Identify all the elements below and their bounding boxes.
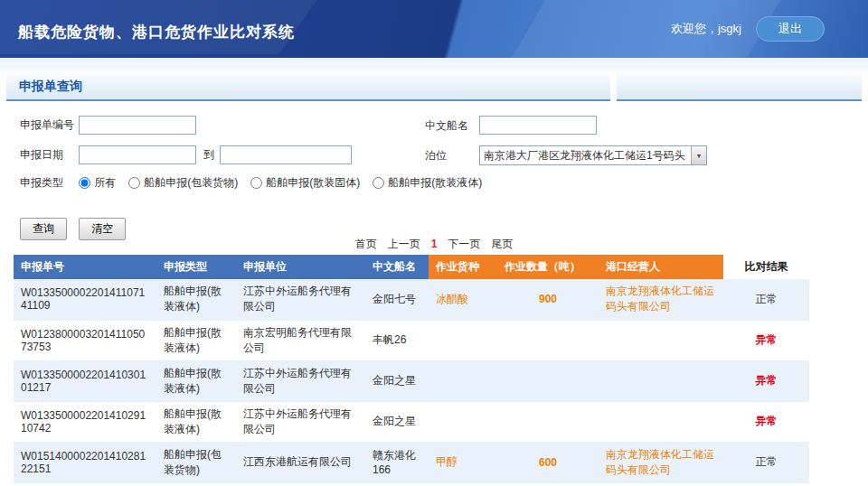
- radio-label: 船舶申报(散装液体): [388, 175, 482, 191]
- logout-button[interactable]: 退出: [756, 16, 825, 42]
- date-from-input[interactable]: [79, 145, 196, 164]
- cell-no: W012380000320141105073753: [14, 320, 156, 360]
- column-header: 申报单号: [14, 255, 156, 279]
- date-label: 申报日期: [20, 147, 76, 163]
- cell-agency: 江苏中外运船务代理有限公司: [236, 360, 365, 401]
- cell-ship: 金阳之星: [365, 401, 429, 442]
- cell-ship: 赣东港化166: [365, 442, 429, 482]
- table-row: W013350000220141029110742船舶申报(散装液体)江苏中外运…: [14, 401, 809, 442]
- cell-no: W013350000220141029110742: [14, 401, 156, 442]
- cell-agency: 江苏中外运船务代理有限公司: [236, 401, 365, 442]
- radio-input[interactable]: [250, 177, 262, 189]
- section-panel-right: [617, 74, 862, 101]
- cell-cargo: [429, 360, 497, 401]
- declaration-type-label: 申报类型: [20, 175, 76, 191]
- table-body: W013350000220141107141109船舶申报(散装液体)江苏中外运…: [14, 279, 809, 482]
- cell-result: 正常: [723, 442, 809, 482]
- chevron-down-icon: ▼: [691, 146, 706, 164]
- table-row: W013350000220141030101217船舶申报(散装液体)江苏中外运…: [14, 360, 809, 401]
- cell-type: 船舶申报(包装货物): [156, 442, 236, 482]
- radio-option[interactable]: 船舶申报(散装液体): [373, 175, 482, 191]
- cell-operator: [599, 320, 723, 360]
- berth-selected-value: 南京港大厂港区龙翔液体化工储运1号码头: [480, 146, 691, 164]
- cell-qty: [497, 401, 599, 442]
- column-header: 港口经营人: [599, 255, 723, 279]
- radio-option[interactable]: 所有: [79, 175, 116, 191]
- berth-label: 泊位: [425, 148, 481, 164]
- clear-button[interactable]: 清空: [79, 218, 126, 240]
- cell-result: 异常: [723, 360, 809, 401]
- cell-agency: 南京宏明船务代理有限公司: [236, 320, 365, 360]
- cell-type: 船舶申报(散装液体): [156, 360, 236, 401]
- cell-cargo: [429, 320, 497, 360]
- date-to-input[interactable]: [220, 145, 352, 164]
- app-title: 船载危险货物、港口危货作业比对系统: [18, 22, 295, 42]
- radio-option[interactable]: 船舶申报(散装固体): [250, 175, 360, 191]
- radio-option[interactable]: 船舶申报(包装货物): [128, 175, 238, 191]
- ship-name-input[interactable]: [479, 116, 597, 135]
- query-button[interactable]: 查询: [20, 218, 67, 240]
- declaration-no-input[interactable]: [79, 116, 196, 135]
- results-table: 申报单号申报类型申报单位中文船名作业货种作业数量（吨）港口经营人比对结果 W01…: [14, 255, 809, 483]
- table-row: W012380000320141105073753船舶申报(散装液体)南京宏明船…: [14, 320, 809, 360]
- cell-no: W013350000220141107141109: [14, 279, 156, 320]
- radio-label: 船舶申报(散装固体): [266, 175, 360, 191]
- results-table-wrap: 申报单号申报类型申报单位中文船名作业货种作业数量（吨）港口经营人比对结果 W01…: [14, 255, 854, 483]
- radio-input[interactable]: [373, 177, 384, 189]
- table-row: W015140000220141028122151船舶申报(包装货物)江西东港航…: [14, 442, 809, 482]
- berth-select[interactable]: 南京港大厂港区龙翔液体化工储运1号码头 ▼: [479, 145, 707, 165]
- radio-label: 船舶申报(包装货物): [144, 175, 238, 191]
- column-header: 中文船名: [365, 255, 429, 279]
- cell-qty: [497, 320, 599, 360]
- cell-operator: [599, 401, 723, 442]
- cell-cargo: 冰醋酸: [429, 279, 497, 320]
- cell-qty: [497, 360, 599, 401]
- cell-result: 正常: [723, 279, 809, 320]
- table-row: W013350000220141107141109船舶申报(散装液体)江苏中外运…: [14, 279, 809, 320]
- cell-qty: 600: [497, 442, 599, 482]
- column-header: 比对结果: [723, 255, 809, 279]
- radio-input[interactable]: [128, 177, 140, 189]
- section-tab-bar: 申报单查询: [6, 74, 610, 101]
- cell-agency: 江苏中外运船务代理有限公司: [236, 279, 365, 320]
- cell-operator: 南京龙翔液体化工储运码头有限公司: [599, 442, 723, 482]
- cell-ship: 金阳之星: [365, 360, 429, 401]
- cell-no: W013350000220141030101217: [14, 360, 156, 401]
- cell-ship: 金阳七号: [365, 279, 429, 320]
- ship-name-label: 中文船名: [425, 118, 481, 134]
- cell-agency: 江西东港航运有限公司: [236, 442, 365, 482]
- cell-no: W015140000220141028122151: [14, 442, 156, 482]
- radio-input[interactable]: [79, 177, 90, 189]
- column-header: 申报单位: [236, 255, 365, 279]
- date-to-label: 到: [203, 147, 214, 163]
- query-form: 申报单编号 中文船名 申报日期 到 泊位 南京港大厂港区龙翔液体化工储运1号码头…: [0, 101, 868, 233]
- header-band: [0, 58, 868, 74]
- table-header-row: 申报单号申报类型申报单位中文船名作业货种作业数量（吨）港口经营人比对结果: [14, 255, 809, 279]
- cell-cargo: 甲醇: [429, 442, 497, 482]
- welcome-text: 欢迎您，jsgkj: [671, 21, 741, 37]
- declaration-no-label: 申报单编号: [20, 117, 76, 133]
- column-header: 作业货种: [429, 255, 497, 279]
- cell-type: 船舶申报(散装液体): [156, 401, 236, 442]
- cell-operator: [599, 360, 723, 401]
- declaration-type-radios: 所有船舶申报(包装货物)船舶申报(散装固体)船舶申报(散装液体): [79, 175, 482, 191]
- cell-qty: 900: [497, 279, 599, 320]
- cell-result: 异常: [723, 401, 809, 442]
- app-header: 船载危险货物、港口危货作业比对系统 欢迎您，jsgkj 退出: [0, 0, 868, 58]
- cell-ship: 丰帆26: [365, 320, 429, 360]
- page-title: 申报单查询: [19, 79, 82, 95]
- column-header: 作业数量（吨）: [497, 255, 599, 279]
- cell-operator: 南京龙翔液体化工储运码头有限公司: [599, 279, 723, 320]
- cell-result: 异常: [723, 320, 809, 360]
- cell-type: 船舶申报(散装液体): [156, 279, 236, 320]
- cell-type: 船舶申报(散装液体): [156, 320, 236, 360]
- column-header: 申报类型: [156, 255, 236, 279]
- radio-label: 所有: [94, 175, 116, 191]
- cell-cargo: [429, 401, 497, 442]
